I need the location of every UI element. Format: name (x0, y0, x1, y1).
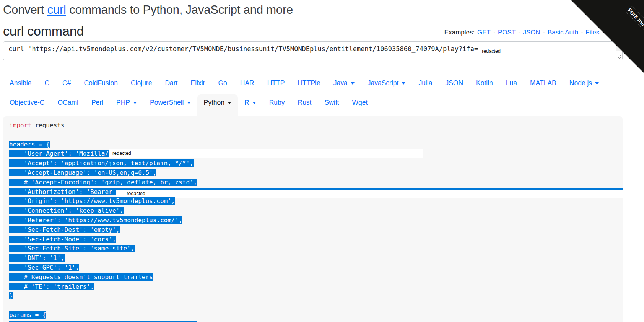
tab-kotlin[interactable]: Kotlin (470, 75, 499, 91)
tab-r[interactable]: R (238, 94, 263, 116)
tab-label: Rust (298, 99, 312, 106)
example-link-json[interactable]: JSON (523, 29, 540, 36)
tab-label: PowerShell (150, 99, 184, 106)
curl-link[interactable]: curl (47, 3, 66, 16)
chevron-down-icon (402, 82, 405, 85)
tab-label: Ruby (269, 99, 285, 106)
page: Convert curl commands to Python, JavaScr… (3, 2, 623, 322)
selected-code-text: 'Connection': 'keep-alive', (9, 207, 124, 214)
tab-powershell[interactable]: PowerShell (143, 94, 197, 116)
tab-label: Python (204, 99, 224, 106)
code-line: 'Authorization': 'Bearer redacted (3, 187, 623, 197)
tab-json[interactable]: JSON (439, 75, 470, 91)
tab-label: Perl (91, 99, 103, 106)
tab-c[interactable]: C (38, 75, 56, 91)
tab-label: Objective-C (10, 99, 44, 106)
selected-code-text: params = { (9, 311, 46, 319)
selected-code-fill: redacted (109, 150, 423, 157)
tab-ocaml[interactable]: OCaml (51, 94, 85, 116)
tab-wget[interactable]: Wget (345, 94, 374, 116)
tab-httpie[interactable]: HTTPie (291, 75, 327, 91)
selected-code-text: 'DNT': '1', (9, 254, 65, 262)
tab-label: Elixir (190, 79, 205, 87)
tab-label: ColdFusion (84, 79, 118, 87)
selected-code-text: 'Sec-Fetch-Dest': 'empty', (9, 226, 120, 233)
tab-coldfusion[interactable]: ColdFusion (77, 75, 124, 91)
example-link-post[interactable]: POST (498, 29, 516, 36)
code-line: 'Connection': 'keep-alive', (3, 206, 623, 216)
page-title: Convert curl commands to Python, JavaScr… (3, 2, 623, 18)
code-line: import requests (3, 121, 623, 130)
tab-label: Lua (506, 79, 517, 87)
tab-label: C# (62, 79, 71, 87)
tab-label: MATLAB (530, 79, 556, 87)
code-line: 'Accept': 'application/json, text/plain,… (3, 159, 623, 168)
tab-go[interactable]: Go (211, 75, 233, 91)
tab-har[interactable]: HAR (234, 75, 261, 91)
code-line: 'Sec-Fetch-Site': 'same-site', (3, 244, 623, 254)
code-line: # Requests doesn't support trailers (3, 273, 623, 282)
code-line: } (3, 291, 623, 301)
selected-code-text: 'Accept-Language': 'en-US,en;q=0.5', (9, 169, 156, 176)
tab-label: Julia (418, 79, 432, 87)
tab-julia[interactable]: Julia (412, 75, 439, 91)
selected-code-text: 'Sec-GPC': '1', (9, 264, 79, 271)
redacted-overlay-label: redacted (482, 49, 501, 54)
tab-http[interactable]: HTTP (261, 75, 291, 91)
tab-matlab[interactable]: MATLAB (524, 75, 563, 91)
tab-label: Swift (324, 99, 339, 106)
tab-javascript[interactable]: JavaScript (361, 75, 412, 91)
tab-php[interactable]: PHP (110, 94, 143, 116)
code-output[interactable]: import requestsheaders = { 'User-Agent':… (3, 116, 623, 322)
tab-rust[interactable]: Rust (291, 94, 318, 116)
selected-code-text: 'Accept': 'application/json, text/plain,… (9, 159, 194, 167)
language-tabs-row-2: Objective-COCamlPerlPHPPowerShellPythonR… (3, 94, 623, 116)
selected-code-text: } (9, 292, 13, 299)
selected-code-text: headers = { (9, 141, 50, 148)
title-prefix: Convert (3, 3, 47, 16)
code-text: requests (31, 122, 65, 129)
redacted-overlay-label: redacted (109, 149, 423, 158)
selected-code-text: 'Sec-Fetch-Mode': 'cors', (9, 236, 116, 243)
tab-objective-c[interactable]: Objective-C (3, 94, 51, 116)
code-line: 'User-Agent': 'Mozilla/redacted (3, 149, 623, 159)
example-link-get[interactable]: GET (477, 29, 491, 36)
tab-lua[interactable]: Lua (499, 75, 524, 91)
tab-dart[interactable]: Dart (158, 75, 184, 91)
tab-label: Java (333, 79, 348, 87)
code-line: 'Sec-Fetch-Mode': 'cors', (3, 235, 623, 244)
tab-label: JSON (445, 79, 463, 87)
tab-ansible[interactable]: Ansible (3, 75, 38, 91)
tab-label: OCaml (57, 99, 78, 106)
code-line: headers = { (3, 140, 623, 150)
chevron-down-icon (351, 82, 355, 85)
tab-java[interactable]: Java (327, 75, 361, 91)
selected-code-text: # Requests doesn't support trailers (9, 273, 153, 281)
chevron-down-icon (595, 82, 599, 85)
tab-ruby[interactable]: Ruby (263, 94, 291, 116)
tab-c[interactable]: C# (56, 75, 77, 91)
curl-command-input[interactable]: curl 'https://api.tv5mondeplus.com/v2/cu… (3, 41, 623, 60)
tab-label: HTTPie (298, 79, 320, 87)
heading-row: curl command Examples: GET - POST - JSON… (3, 24, 623, 38)
tab-label: Go (218, 79, 227, 87)
code-keyword: import (9, 122, 31, 129)
selected-code-text: 'User-Agent': 'Mozilla/ (9, 150, 109, 157)
selected-code-text: 'Referer': 'https://www.tv5mondeplus.com… (9, 216, 182, 224)
tab-label: R (244, 99, 249, 106)
tab-label: Node.js (569, 79, 592, 87)
tab-perl[interactable]: Perl (85, 94, 110, 116)
fork-ribbon-link[interactable]: Fork me on GitHub (571, 0, 644, 73)
examples-label: Examples: (444, 29, 475, 36)
tab-python[interactable]: Python (197, 94, 238, 116)
tab-elixir[interactable]: Elixir (184, 75, 211, 91)
chevron-down-icon (228, 102, 231, 104)
tab-swift[interactable]: Swift (318, 94, 345, 116)
chevron-down-icon (133, 102, 137, 104)
chevron-down-icon (187, 102, 191, 104)
code-line: 'Sec-GPC': '1', (3, 263, 623, 273)
selected-code-fill: redacted (116, 188, 623, 195)
tab-clojure[interactable]: Clojure (124, 75, 158, 91)
tab-node-js[interactable]: Node.js (563, 75, 605, 91)
code-line: 'Origin': 'https://www.tv5mondeplus.com'… (3, 197, 623, 206)
